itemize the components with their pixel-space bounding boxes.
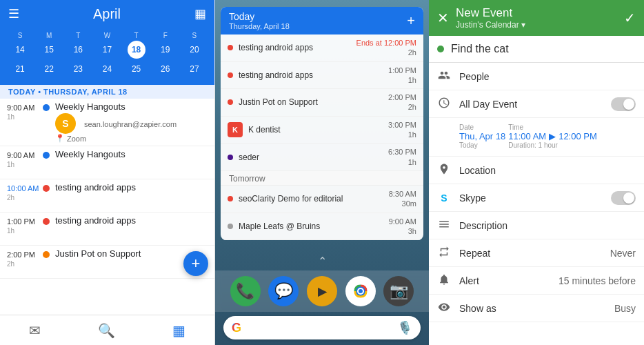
dow-fri: F <box>151 30 180 41</box>
new-event-header: ✕ New Event Justin's Calendar ▾ ✓ <box>429 0 644 36</box>
avatar: S <box>55 113 76 134</box>
chevron-up-icon[interactable]: ⌃ <box>215 252 429 270</box>
list-item[interactable]: seoClarity Demo for editorial 8:30 AM30m <box>221 186 423 213</box>
date-value[interactable]: Thu, Apr 18 <box>459 131 505 141</box>
table-row[interactable]: 10:00 AM 2h testing android apps <box>0 179 214 213</box>
widget-header: Today Thursday, April 18 + <box>221 7 423 34</box>
dow-mon: M <box>34 30 63 41</box>
description-row[interactable]: Description <box>429 212 644 239</box>
event-name-field[interactable]: Find the cat <box>451 43 636 55</box>
cal-day-16[interactable]: 16 <box>69 41 87 59</box>
alert-label: Alert <box>459 275 550 286</box>
close-button[interactable]: ✕ <box>437 10 449 26</box>
location-row[interactable]: Location <box>429 157 644 184</box>
all-day-toggle[interactable] <box>611 97 636 111</box>
calendar-dow-row: S M T W T F S <box>6 30 209 41</box>
list-item[interactable]: seder 6:30 PM1h <box>221 144 423 171</box>
messages-app-icon[interactable]: 💬 <box>268 276 299 306</box>
skype-toggle[interactable] <box>611 191 636 205</box>
event-dot-icon <box>228 45 233 50</box>
chevron-down-icon: ▾ <box>521 20 525 30</box>
table-row[interactable]: 9:00 AM 1h Weekly Hangouts <box>0 146 214 179</box>
new-event-panel: ✕ New Event Justin's Calendar ▾ ✓ Find t… <box>429 0 644 345</box>
search-nav-icon[interactable]: 🔍 <box>81 319 132 342</box>
svg-point-2 <box>359 289 363 293</box>
alert-value: 15 minutes before <box>559 275 636 286</box>
cal-day-19[interactable]: 19 <box>157 41 174 59</box>
list-item[interactable]: K K dentist 3:00 PM1h <box>221 117 423 144</box>
camera-app-icon[interactable]: 📷 <box>383 276 414 306</box>
list-item[interactable]: Justin Pot on Support 2:00 PM2h <box>221 89 423 117</box>
list-item[interactable]: Maple Leafs @ Bruins 9:00 AM3h <box>221 213 423 241</box>
google-assistant-icon[interactable]: 🎙️ <box>397 320 412 335</box>
calendar-events-list: 9:00 AM 1h Weekly Hangouts S sean.loughr… <box>0 99 214 315</box>
event-color-dot <box>437 46 444 52</box>
location-pin-icon <box>437 163 451 178</box>
event-time: 9:00 AM 1h <box>7 149 43 169</box>
skype-icon: S <box>437 193 451 204</box>
calendar-nav-icon[interactable]: ▦ <box>156 319 202 342</box>
cal-day-14[interactable]: 14 <box>11 41 29 59</box>
list-item[interactable]: testing android apps 1:00 PM1h <box>221 62 423 90</box>
mail-nav-icon[interactable]: ✉ <box>12 319 57 342</box>
calendar-header: ☰ April ▦ <box>0 0 214 28</box>
time-end[interactable]: 12:00 PM <box>559 131 597 141</box>
event-dot-icon <box>43 218 50 225</box>
cal-day-20[interactable]: 20 <box>185 41 203 59</box>
cal-day-15[interactable]: 15 <box>40 41 58 59</box>
table-row[interactable]: 9:00 AM 1h Weekly Hangouts S sean.loughr… <box>0 99 214 146</box>
calendar-panel: ☰ April ▦ S M T W T F S 14 15 16 17 18 1… <box>0 0 215 345</box>
list-item[interactable]: testing android apps Ends at 12:00 PM 2h <box>221 34 423 62</box>
table-row[interactable]: 2:00 PM 2h Justin Pot on Support <box>0 246 214 279</box>
event-name: testing android apps <box>239 43 356 52</box>
dow-sat: S <box>180 30 209 41</box>
event-name: Maple Leafs @ Bruins <box>239 221 389 231</box>
time-arrow: ▶ <box>549 131 556 141</box>
skype-row[interactable]: S Skype <box>429 184 644 212</box>
grid-view-icon[interactable]: ▦ <box>194 6 206 21</box>
widget-add-button[interactable]: + <box>407 13 415 29</box>
k-dentist-icon: K <box>228 122 243 137</box>
people-row[interactable]: People <box>429 63 644 90</box>
cal-day-17[interactable]: 17 <box>98 41 116 59</box>
device-footer: ⌃ 📞 💬 ▶ 📷 G 🎙️ <box>215 252 429 345</box>
show-as-row[interactable]: Show as Busy <box>429 295 644 322</box>
cal-day-18-today[interactable]: 18 <box>128 41 145 59</box>
fab-add-button[interactable]: + <box>183 251 208 276</box>
cal-day-22[interactable]: 22 <box>40 60 58 78</box>
tomorrow-section-label: Tomorrow <box>221 171 423 186</box>
event-title: testing android apps <box>55 215 208 226</box>
save-check-button[interactable]: ✓ <box>624 10 636 26</box>
cal-day-24[interactable]: 24 <box>98 60 116 78</box>
dow-wed: W <box>92 30 121 41</box>
date-label-block: Date Thu, Apr 18 Today <box>459 124 505 149</box>
plex-app-icon[interactable]: ▶ <box>307 276 337 306</box>
all-day-label: All Day Event <box>459 99 603 110</box>
location-pin-icon: 📍 <box>55 134 65 143</box>
calendar-grid: S M T W T F S 14 15 16 17 18 19 20 21 22… <box>0 28 214 85</box>
cal-day-26[interactable]: 26 <box>157 60 174 78</box>
phone-app-icon[interactable]: 📞 <box>230 276 261 306</box>
calendar-selector[interactable]: Justin's Calendar ▾ <box>456 20 617 30</box>
repeat-row[interactable]: Repeat Never <box>429 239 644 267</box>
date-time-row: Date Thu, Apr 18 Today Time 11:00 AM ▶ 1… <box>429 118 644 157</box>
table-row[interactable]: 1:00 PM 1h testing android apps <box>0 213 214 246</box>
event-time: 2:00 PM2h <box>388 92 416 112</box>
app-dock: 📞 💬 ▶ 📷 <box>215 270 429 312</box>
cal-day-23[interactable]: 23 <box>69 60 87 78</box>
alert-row[interactable]: Alert 15 minutes before <box>429 267 644 295</box>
chrome-app-icon[interactable] <box>345 276 376 306</box>
cal-day-21[interactable]: 21 <box>11 60 29 78</box>
event-name-row: Find the cat <box>429 36 644 63</box>
event-title: Weekly Hangouts <box>55 101 208 112</box>
widget-header-left: Today Thursday, April 18 <box>229 11 290 30</box>
cal-day-25[interactable]: 25 <box>128 60 145 78</box>
hamburger-icon[interactable]: ☰ <box>8 6 19 21</box>
all-day-event-row[interactable]: All Day Event <box>429 90 644 118</box>
cal-day-27[interactable]: 27 <box>185 60 203 78</box>
google-search-bar[interactable]: G 🎙️ <box>223 316 421 339</box>
event-dot-icon <box>43 104 50 111</box>
time-start[interactable]: 11:00 AM <box>508 131 546 141</box>
time-range[interactable]: 11:00 AM ▶ 12:00 PM <box>508 131 636 141</box>
event-dot-icon <box>228 224 233 229</box>
